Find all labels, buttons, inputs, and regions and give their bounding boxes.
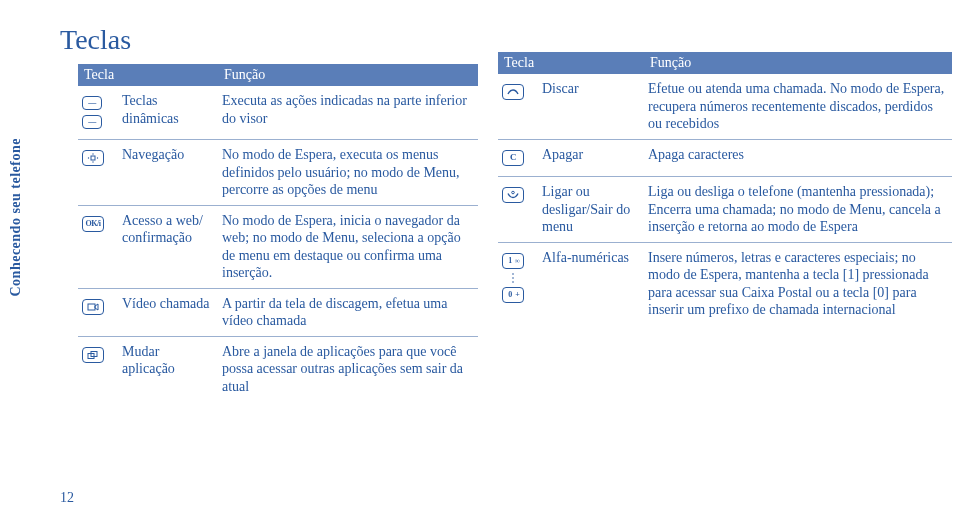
table-row: 1∞ 0+ Alfa-numéricas Insere números, let…: [498, 242, 952, 325]
key-function: No modo de Espera, inicia o navegador da…: [218, 205, 478, 288]
page-number: 12: [60, 490, 74, 506]
table-row: Mudar aplicação Abre a janela de aplicaç…: [78, 336, 478, 401]
key-function: Executa as ações indicadas na parte infe…: [218, 86, 478, 140]
key-function: Apaga caracteres: [644, 139, 952, 177]
svg-point-11: [512, 281, 514, 283]
soft-keys-icon: ——: [78, 86, 118, 140]
svg-point-2: [92, 161, 93, 162]
delete-key-icon: C: [498, 139, 538, 177]
alphanumeric-keys-icon: 1∞ 0+: [498, 242, 538, 325]
right-keys-table: Tecla Função Discar Efetue ou atenda uma…: [498, 52, 952, 325]
key-name: Mudar aplicação: [118, 336, 218, 401]
key-function: Efetue ou atenda uma chamada. No modo de…: [644, 74, 952, 139]
table-row: C Apagar Apaga caracteres: [498, 139, 952, 177]
key-function: A partir da tela de discagem, efetua uma…: [218, 288, 478, 336]
svg-point-8: [512, 191, 515, 194]
table-row: Navegação No modo de Espera, executa os …: [78, 140, 478, 206]
table-header-row: Tecla Função: [498, 52, 952, 74]
key-function: Liga ou desliga o telefone (mantenha pre…: [644, 177, 952, 243]
key-name: Discar: [538, 74, 644, 139]
key-function: No modo de Espera, executa os menus defi…: [218, 140, 478, 206]
dial-key-icon: [498, 74, 538, 139]
table-row: —— Teclas dinâmicas Executa as ações ind…: [78, 86, 478, 140]
header-tecla: Tecla: [78, 64, 218, 86]
svg-point-3: [88, 157, 89, 158]
key-function: Abre a janela de aplicações para que voc…: [218, 336, 478, 401]
table-row: Vídeo chamada A partir da tela de discag…: [78, 288, 478, 336]
svg-point-9: [512, 273, 514, 275]
header-tecla: Tecla: [498, 52, 644, 74]
key-name: Vídeo chamada: [118, 288, 218, 336]
video-call-key-icon: [78, 288, 118, 336]
table-row: Discar Efetue ou atenda uma chamada. No …: [498, 74, 952, 139]
key-name: Acesso a web/ confirmação: [118, 205, 218, 288]
page-title: Teclas: [60, 24, 131, 56]
key-name: Alfa-numéricas: [538, 242, 644, 325]
svg-point-4: [97, 157, 98, 158]
svg-rect-5: [88, 304, 95, 310]
table-row: Ligar ou desligar/Sair do menu Liga ou d…: [498, 177, 952, 243]
key-name: Ligar ou desligar/Sair do menu: [538, 177, 644, 243]
web-confirm-key-icon: OK/i: [78, 205, 118, 288]
left-keys-table: Tecla Função —— Teclas dinâmicas Executa…: [78, 64, 478, 401]
section-label-vertical: Conhecendo seu telefone: [8, 138, 24, 297]
svg-point-1: [92, 153, 93, 154]
svg-point-10: [512, 277, 514, 279]
table-header-row: Tecla Função: [78, 64, 478, 86]
switch-app-key-icon: [78, 336, 118, 401]
header-funcao: Função: [644, 52, 952, 74]
header-funcao: Função: [218, 64, 478, 86]
key-name: Apagar: [538, 139, 644, 177]
key-function: Insere números, letras e caracteres espe…: [644, 242, 952, 325]
key-name: Navegação: [118, 140, 218, 206]
key-name: Teclas dinâmicas: [118, 86, 218, 140]
navigation-key-icon: [78, 140, 118, 206]
power-end-key-icon: [498, 177, 538, 243]
svg-rect-0: [91, 156, 95, 160]
table-row: OK/i Acesso a web/ confirmação No modo d…: [78, 205, 478, 288]
